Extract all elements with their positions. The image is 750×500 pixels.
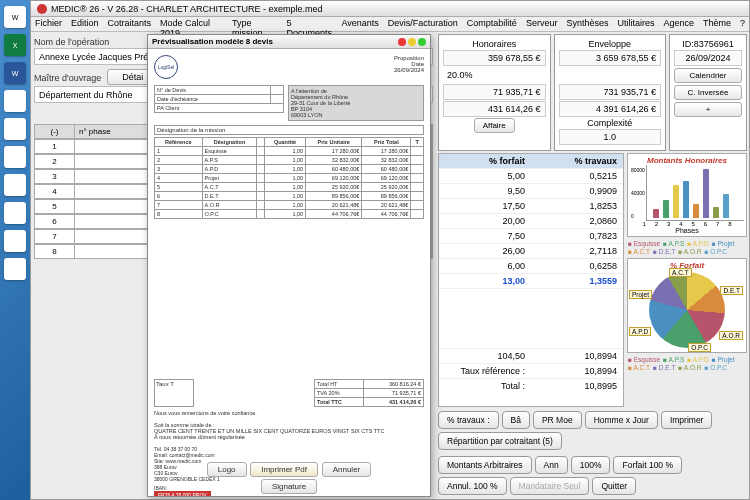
amount-letters: Soit la somme totale de : QUATRE CENT TR… (154, 422, 424, 434)
quote-table: RéférenceDésignationQuantitéPrix Unitair… (154, 137, 424, 219)
honoraires-box: Honoraires 359 678,55 € 20.0% 71 935,71 … (438, 34, 551, 151)
action-button[interactable]: Imprimer (661, 411, 713, 429)
action-button[interactable]: Bâ (502, 411, 530, 429)
menu-bar: FichierEditionCotraitantsMode Calcul 201… (31, 17, 749, 32)
menu-edition[interactable]: Edition (71, 18, 99, 30)
doc-date: 26/09/2024 (394, 67, 424, 73)
app-icon (37, 4, 47, 14)
desktop-shortcut[interactable]: W (4, 62, 26, 84)
right-panel: Honoraires 359 678,55 € 20.0% 71 935,71 … (436, 32, 749, 499)
bar (703, 169, 709, 218)
payment-note: À nous retournée dûment régularisée (154, 434, 424, 440)
button-row-1: % travaux :BâPR MoeHomme x JourImprimerR… (438, 409, 747, 452)
tva-rate: 20.0% (443, 67, 546, 83)
action-button[interactable]: Quitter (592, 477, 636, 495)
action-button[interactable]: Montants Arbitraires (438, 456, 532, 474)
action-button: Mandataire Seul (510, 477, 590, 495)
bar (653, 209, 659, 218)
ndevis-label: N° de Devis (155, 86, 271, 95)
bar (713, 207, 719, 218)
action-button[interactable]: 100% (571, 456, 611, 474)
logo-button[interactable]: Logo (207, 462, 247, 477)
button-row-2: Montants ArbitrairesAnn100%Forfait 100 %… (438, 454, 747, 497)
desktop-shortcut[interactable] (4, 258, 26, 280)
desktop-sidebar: W X W (0, 0, 30, 500)
enveloppe-label: Enveloppe (559, 39, 662, 49)
cancel-button[interactable]: Annuler (322, 462, 372, 477)
minimize-icon[interactable] (408, 38, 416, 46)
company-logo: LogiSel (154, 55, 178, 79)
enveloppe-box: Enveloppe 3 659 678,55 € 731 935,71 € 4 … (554, 34, 667, 151)
id-box: ID:83756961 26/09/2024 Calendrier C. Inv… (669, 34, 747, 151)
id-label: ID:83756961 (674, 39, 742, 49)
bar (723, 194, 729, 218)
bar-chart: Montants Honoraires 80000 40000 0 123456… (627, 153, 747, 237)
mo-label: Maître d'ouvrage (34, 73, 101, 83)
pie-graphic: A.C.T D.E.T A.O.R O.P.C A.P.D Projet (649, 272, 725, 348)
honoraires-tva: 71 935,71 € (443, 84, 546, 100)
desktop-shortcut[interactable] (4, 146, 26, 168)
pie-chart: % Forfait A.C.T D.E.T A.O.R O.P.C A.P.D … (627, 258, 747, 353)
menu-avenants[interactable]: Avenants (341, 18, 378, 30)
action-button[interactable]: Forfait 100 % (613, 456, 682, 474)
honoraires-ttc: 431 614,26 € (443, 101, 546, 117)
menu-cotraitants[interactable]: Cotraitants (108, 18, 152, 30)
menu-thème[interactable]: Thème (703, 18, 731, 30)
desktop-shortcut[interactable] (4, 174, 26, 196)
menu-devis/facturation[interactable]: Devis/Facturation (388, 18, 458, 30)
menu-type mission[interactable]: Type mission (232, 18, 278, 30)
menu-mode calcul 2019[interactable]: Mode Calcul 2019 (160, 18, 223, 30)
preview-title: Prévisualisation modèle 8 devis (152, 37, 273, 46)
menu-?[interactable]: ? (740, 18, 745, 30)
action-button[interactable]: Homme x Jour (585, 411, 658, 429)
action-button[interactable]: Répartition par cotraitant (5) (438, 432, 562, 450)
honoraires-label: Honoraires (443, 39, 546, 49)
action-button[interactable]: Ann (535, 456, 568, 474)
rates-table: % forfait% travaux 5,000,52159,500,99091… (438, 153, 624, 407)
tax-cell: Taux T (154, 379, 194, 407)
thanks-text: Nous vous remercions de votre confiance. (154, 410, 424, 416)
left-panel: Nom de l'opération Annexe Lycée Jacques … (31, 32, 436, 499)
desktop-shortcut[interactable]: W (4, 6, 26, 28)
affaire-button[interactable]: Affaire (474, 118, 515, 133)
menu-agence[interactable]: Agence (663, 18, 694, 30)
desktop-shortcut[interactable] (4, 230, 26, 252)
calendrier-button[interactable]: Calendrier (674, 68, 742, 83)
action-button[interactable]: % travaux : (438, 411, 499, 429)
menu-fichier[interactable]: Fichier (35, 18, 62, 30)
bar (693, 204, 699, 218)
col-minus: (-) (35, 125, 75, 138)
desktop-shortcut[interactable] (4, 90, 26, 112)
cinversee-button[interactable]: C. Inversée (674, 85, 742, 100)
close-icon[interactable] (398, 38, 406, 46)
menu-serveur[interactable]: Serveur (526, 18, 558, 30)
plus-button[interactable]: + (674, 102, 742, 117)
designation-label: Désignation de la mission (154, 125, 424, 135)
menu-5 documents[interactable]: 5 Documents (286, 18, 332, 30)
maximize-icon[interactable] (418, 38, 426, 46)
app-window: MEDIC® 26 - V 26.28 - CHARLET ARCHITECTU… (30, 0, 750, 500)
menu-comptabilité[interactable]: Comptabilité (467, 18, 517, 30)
signature-button[interactable]: Signature (261, 479, 317, 494)
desktop-shortcut[interactable] (4, 118, 26, 140)
print-pdf-button[interactable]: Imprimer Pdf (250, 462, 318, 477)
id-date[interactable]: 26/09/2024 (674, 50, 742, 66)
bar-legend: EsquisseA.P.SA.P.DProjetA.C.TD.E.TA.O.RO… (627, 239, 747, 256)
title-bar: MEDIC® 26 - V 26.28 - CHARLET ARCHITECTU… (31, 1, 749, 17)
complexite-value[interactable]: 1.0 (559, 129, 662, 145)
bar (673, 185, 679, 218)
action-button[interactable]: Annul. 100 % (438, 477, 507, 495)
pie-legend: EsquisseA.P.SA.P.DProjetA.C.TD.E.TA.O.RO… (627, 355, 747, 372)
dateech-label: Date d'échéance (155, 95, 271, 104)
desktop-shortcut[interactable]: X (4, 34, 26, 56)
bar-chart-title: Montants Honoraires (630, 156, 744, 165)
preview-dialog: Prévisualisation modèle 8 devis LogiSel … (147, 34, 431, 497)
bar (683, 181, 689, 218)
complexite-label: Complexité (559, 118, 662, 128)
honoraires-ht: 359 678,55 € (443, 50, 546, 66)
menu-utilitaires[interactable]: Utilitaires (617, 18, 654, 30)
bar (663, 200, 669, 218)
action-button[interactable]: PR Moe (533, 411, 582, 429)
menu-synthèses[interactable]: Synthèses (566, 18, 608, 30)
desktop-shortcut[interactable] (4, 202, 26, 224)
